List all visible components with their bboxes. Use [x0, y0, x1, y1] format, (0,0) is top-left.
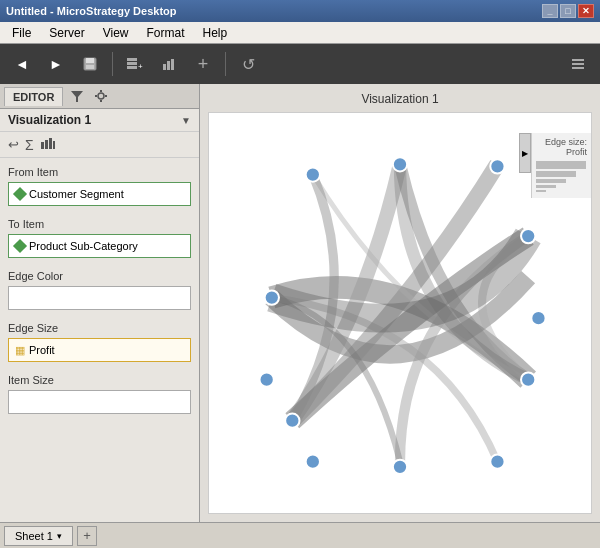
from-item-value: Customer Segment: [29, 188, 124, 200]
viz-title-row: Visualization 1 ▼: [0, 109, 199, 132]
edge-panel-expand-btn[interactable]: ▶: [519, 133, 531, 173]
svg-rect-12: [572, 67, 584, 69]
svg-rect-21: [49, 138, 52, 149]
add-button[interactable]: +: [189, 50, 217, 78]
svg-marker-13: [71, 91, 83, 102]
edge-size-field[interactable]: ▦ Profit: [8, 338, 191, 362]
svg-rect-11: [572, 63, 584, 65]
toolbar: ◄ ► + + ↺: [0, 44, 600, 84]
edge-color-label: Edge Color: [8, 270, 191, 282]
svg-rect-16: [100, 100, 102, 102]
edge-size-panel-label: Edge size: Profit: [536, 137, 587, 157]
svg-rect-17: [95, 95, 97, 97]
chart-button[interactable]: [155, 50, 183, 78]
left-panel: EDITOR Visualization 1 ▼: [0, 84, 200, 522]
bottom-bar: Sheet 1 ▾ +: [0, 522, 600, 548]
filter-icon[interactable]: [67, 86, 87, 106]
app-title: Untitled - MicroStrategy Desktop: [6, 5, 177, 17]
viz-title: Visualization 1: [208, 92, 592, 106]
svg-rect-5: [127, 66, 137, 69]
svg-rect-22: [53, 141, 55, 149]
item-size-field[interactable]: [8, 390, 191, 414]
to-item-field[interactable]: Product Sub-Category: [8, 234, 191, 258]
svg-rect-20: [45, 140, 48, 149]
panel-body: From Item Customer Segment To Item Produ…: [0, 158, 199, 522]
svg-point-27: [521, 229, 535, 243]
minimize-button[interactable]: _: [542, 4, 558, 18]
viz-container[interactable]: ▶ Edge size: Profit: [208, 112, 592, 514]
refresh-button[interactable]: ↺: [234, 50, 262, 78]
to-item-attribute-icon: [13, 239, 27, 253]
svg-point-34: [259, 372, 273, 386]
svg-point-24: [393, 157, 407, 171]
edge-bar-4: [536, 185, 556, 188]
sheet-dropdown-icon[interactable]: ▾: [57, 531, 62, 541]
menu-file[interactable]: File: [4, 24, 39, 42]
back-button[interactable]: ◄: [8, 50, 36, 78]
attribute-icon: [13, 187, 27, 201]
svg-point-14: [98, 93, 104, 99]
edge-size-panel: Edge size: Profit: [531, 133, 591, 198]
edge-bar-2: [536, 171, 576, 177]
sigma-icon[interactable]: Σ: [25, 137, 34, 153]
panel-settings-icon[interactable]: [91, 86, 111, 106]
svg-point-32: [306, 455, 320, 469]
svg-point-35: [285, 414, 299, 428]
svg-rect-18: [105, 95, 107, 97]
svg-text:+: +: [138, 62, 143, 71]
viz-panel-title: Visualization 1: [8, 113, 181, 127]
toolbar-sep-2: [225, 52, 226, 76]
panel-actions: ↩ Σ: [0, 132, 199, 158]
close-button[interactable]: ✕: [578, 4, 594, 18]
panel-tabs: EDITOR: [0, 84, 199, 109]
main-content: EDITOR Visualization 1 ▼: [0, 84, 600, 522]
sheet-1-label: Sheet 1: [15, 530, 53, 542]
svg-rect-8: [167, 61, 170, 70]
metric-icon: ▦: [15, 344, 25, 357]
svg-point-26: [306, 167, 320, 181]
svg-rect-4: [127, 62, 137, 65]
svg-rect-7: [163, 64, 166, 70]
undo-icon[interactable]: ↩: [8, 137, 19, 152]
svg-point-30: [490, 455, 504, 469]
edge-color-field[interactable]: [8, 286, 191, 310]
save-button[interactable]: [76, 50, 104, 78]
svg-point-31: [393, 460, 407, 474]
svg-point-25: [490, 159, 504, 173]
svg-rect-9: [171, 59, 174, 70]
edge-bar-5: [536, 190, 546, 192]
menu-format[interactable]: Format: [138, 24, 192, 42]
menu-help[interactable]: Help: [195, 24, 236, 42]
item-size-label: Item Size: [8, 374, 191, 386]
editor-tab[interactable]: EDITOR: [4, 87, 63, 106]
toolbar-sep-1: [112, 52, 113, 76]
from-item-field[interactable]: Customer Segment: [8, 182, 191, 206]
chart-icon[interactable]: [40, 136, 56, 153]
menu-bar: File Server View Format Help: [0, 22, 600, 44]
edge-size-label: Edge Size: [8, 322, 191, 334]
svg-rect-3: [127, 58, 137, 61]
title-bar: Untitled - MicroStrategy Desktop _ □ ✕: [0, 0, 600, 22]
svg-rect-1: [86, 58, 94, 63]
viz-area: Visualization 1: [200, 84, 600, 522]
item-size-group: Item Size: [8, 374, 191, 414]
settings-button[interactable]: [564, 50, 592, 78]
edge-size-group: Edge Size ▦ Profit: [8, 322, 191, 362]
edge-size-value: Profit: [29, 344, 55, 356]
add-sheet-button[interactable]: +: [77, 526, 97, 546]
menu-view[interactable]: View: [95, 24, 137, 42]
forward-button[interactable]: ►: [42, 50, 70, 78]
viz-title-dropdown[interactable]: ▼: [181, 115, 191, 126]
menu-server[interactable]: Server: [41, 24, 92, 42]
svg-point-28: [531, 311, 545, 325]
to-item-label: To Item: [8, 218, 191, 230]
from-item-label: From Item: [8, 166, 191, 178]
edge-bar-3: [536, 179, 566, 183]
edge-color-group: Edge Color: [8, 270, 191, 310]
maximize-button[interactable]: □: [560, 4, 576, 18]
sheet-1-tab[interactable]: Sheet 1 ▾: [4, 526, 73, 546]
svg-rect-10: [572, 59, 584, 61]
svg-rect-2: [86, 65, 94, 69]
from-item-group: From Item Customer Segment: [8, 166, 191, 206]
insert-dropdown-button[interactable]: +: [121, 50, 149, 78]
